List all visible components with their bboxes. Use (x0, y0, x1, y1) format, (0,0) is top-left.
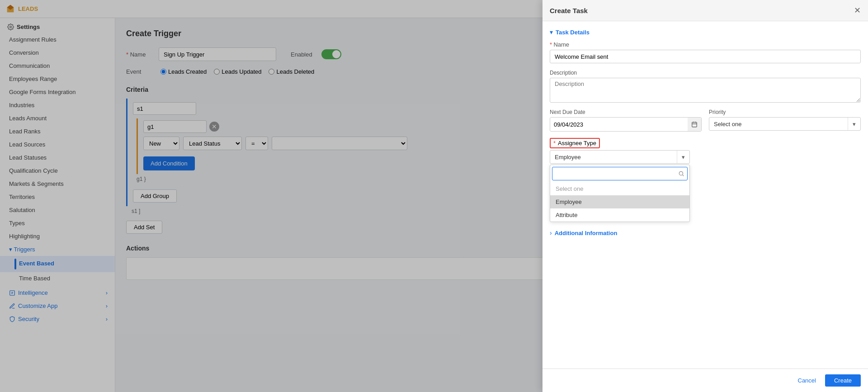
svg-rect-12 (692, 122, 697, 127)
modal-priority-group: Priority Select one ▾ (709, 109, 861, 131)
modal-close-button[interactable]: ✕ (854, 5, 861, 15)
priority-value: Select one (709, 121, 848, 128)
modal-cancel-button[interactable]: Cancel (793, 374, 821, 387)
modal-name-row: * Name (550, 41, 861, 63)
additional-info-title: Additional Information (555, 230, 618, 236)
svg-point-16 (679, 171, 683, 175)
assignee-type-value: Employee (550, 154, 677, 161)
assignee-type-label: Assignee Type (558, 140, 596, 146)
modal-due-date-group: Next Due Date (550, 109, 702, 132)
dropdown-option-select-one[interactable]: Select one (550, 182, 689, 195)
modal-date-priority-row: Next Due Date Priority Select one ▾ (550, 109, 861, 132)
assignee-search-icon (678, 170, 684, 177)
create-task-modal: Create Task ✕ ▾ Task Details * Name (542, 0, 868, 392)
modal-description-label: Description (550, 70, 861, 76)
assignee-type-dropdown[interactable]: Employee ▾ (550, 150, 690, 164)
modal-name-label: * Name (550, 41, 861, 48)
modal-due-date-wrap (550, 117, 702, 132)
chevron-down-icon: ▾ (550, 28, 553, 36)
chevron-right-icon-additional: › (550, 229, 552, 236)
modal-title: Create Task (550, 7, 588, 14)
dropdown-option-employee[interactable]: Employee (550, 195, 689, 208)
modal-header: Create Task ✕ (542, 0, 868, 21)
modal-due-date-input[interactable] (550, 118, 688, 131)
assignee-dropdown-popup: Select one Employee Attribute (550, 165, 690, 222)
calendar-icon[interactable] (688, 118, 701, 131)
assignee-dropdown-arrow: ▾ (677, 151, 689, 163)
modal-body: ▾ Task Details * Name (542, 21, 868, 368)
task-details-section: ▾ Task Details * Name (550, 28, 861, 236)
modal-name-group: * Name (550, 41, 861, 63)
modal-description-group: Description (550, 70, 861, 103)
svg-line-17 (683, 175, 684, 176)
modal-name-input[interactable] (550, 50, 861, 63)
modal-overlay: Create Task ✕ ▾ Task Details * Name (0, 0, 868, 392)
modal-create-button[interactable]: Create (825, 374, 861, 387)
modal-description-textarea[interactable] (550, 78, 861, 103)
priority-dropdown-arrow: ▾ (848, 118, 860, 130)
additional-info-header[interactable]: › Additional Information (550, 229, 861, 236)
task-details-header[interactable]: ▾ Task Details (550, 28, 861, 36)
modal-priority-dropdown[interactable]: Select one ▾ (709, 117, 861, 131)
modal-priority-label: Priority (709, 109, 861, 115)
dropdown-option-attribute[interactable]: Attribute (550, 208, 689, 222)
assignee-type-label-box: * Assignee Type (550, 138, 600, 148)
task-details-title: Task Details (556, 29, 590, 36)
assignee-search-input[interactable] (555, 168, 678, 179)
assignee-search-row (552, 167, 688, 180)
modal-description-row: Description (550, 70, 861, 103)
modal-due-date-label: Next Due Date (550, 109, 702, 115)
modal-footer: Cancel Create (542, 368, 868, 392)
assignee-type-row: * Assignee Type Employee ▾ (550, 138, 861, 222)
